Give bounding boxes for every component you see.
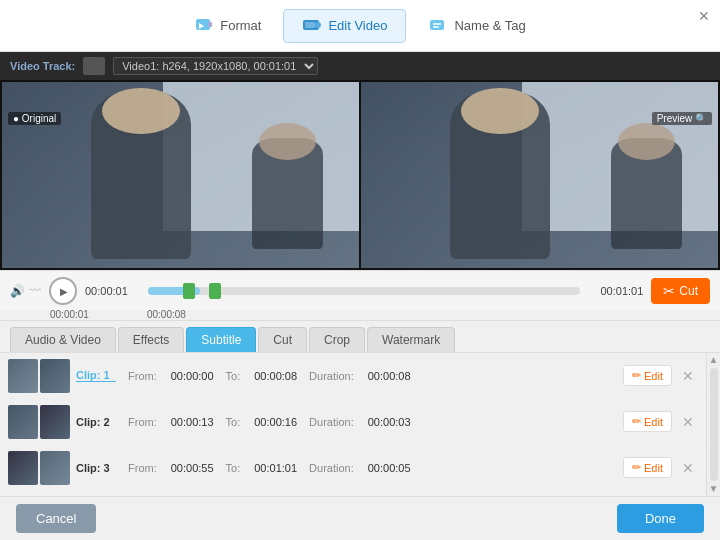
clip-1-thumb-1 (8, 359, 38, 393)
clips-container: Clip: 1 From: 00:00:00 To: 00:00:08 Dura… (0, 352, 720, 496)
clip-1-edit-icon: ✏ (632, 369, 641, 382)
tab-cut[interactable]: Cut (258, 327, 307, 352)
main-tab-group: Format Edit Video Name & Tag (176, 9, 544, 43)
clip-row: Clip: 2 From: 00:00:13 To: 00:00:16 Dura… (0, 399, 706, 445)
clip-3-edit-label: Edit (644, 462, 663, 474)
clip-1-edit-button[interactable]: ✏ Edit (623, 365, 672, 386)
clip-2-thumbnails (8, 405, 70, 439)
cut-label: Cut (679, 284, 698, 298)
clip-2-edit-icon: ✏ (632, 415, 641, 428)
clip-2-duration-value: 00:00:03 (368, 416, 411, 428)
clip-2-from-label: From: (128, 416, 157, 428)
video-panels (0, 80, 720, 270)
track-select[interactable]: Video1: h264, 1920x1080, 00:01:01 (113, 57, 318, 75)
tab-watermark[interactable]: Watermark (367, 327, 455, 352)
play-icon: ▶ (60, 286, 68, 297)
title-bar: Format Edit Video Name & Tag ✕ (0, 0, 720, 52)
clip-2-thumb-2 (40, 405, 70, 439)
original-label: ● Original (8, 112, 61, 125)
timeline-handle-end[interactable] (209, 283, 221, 299)
clip-3-from-value: 00:00:55 (171, 462, 214, 474)
main-content: Video Track: Video1: h264, 1920x1080, 00… (0, 52, 720, 540)
cut-button[interactable]: ✂ Cut (651, 278, 710, 304)
clip-3-to-label: To: (226, 462, 241, 474)
waveform-icon: 〰 (29, 284, 41, 298)
clip-2-edit-button[interactable]: ✏ Edit (623, 411, 672, 432)
timeline-handle-start[interactable] (183, 283, 195, 299)
scissors-icon: ✂ (663, 283, 675, 299)
tab-audio-video-label: Audio & Video (25, 333, 101, 347)
svg-rect-6 (430, 20, 444, 30)
done-button[interactable]: Done (617, 504, 704, 533)
tab-edit-video[interactable]: Edit Video (283, 9, 406, 43)
clip-3-from-label: From: (128, 462, 157, 474)
scroll-up-arrow[interactable]: ▲ (709, 355, 719, 365)
tab-format-label: Format (220, 18, 261, 33)
clip-row: Clip: 3 From: 00:00:55 To: 00:01:01 Dura… (0, 445, 706, 491)
scroll-thumb[interactable] (710, 368, 718, 481)
clips-list: Clip: 1 From: 00:00:00 To: 00:00:08 Dura… (0, 353, 706, 496)
clip-1-close-button[interactable]: ✕ (678, 366, 698, 386)
play-button[interactable]: ▶ (49, 277, 77, 305)
clip-3-thumb-2 (40, 451, 70, 485)
clip-1-from-value: 00:00:00 (171, 370, 214, 382)
close-button[interactable]: ✕ (696, 8, 712, 24)
svg-rect-1 (208, 22, 212, 27)
edit-tabs: Audio & Video Effects Subtitle Cut Crop … (0, 320, 720, 352)
clip-3-duration-label: Duration: (309, 462, 354, 474)
timeline-timestamps: 00:00:01 00:00:08 (0, 309, 720, 320)
track-thumbnail (83, 57, 105, 75)
handle-end-time: 00:00:08 (147, 309, 186, 320)
clip-3-edit-button[interactable]: ✏ Edit (623, 457, 672, 478)
time-current: 00:00:01 (85, 285, 140, 297)
clip-2-edit-label: Edit (644, 416, 663, 428)
svg-rect-0 (196, 19, 210, 30)
tab-format[interactable]: Format (176, 10, 279, 42)
clip-3-info: Clip: 3 From: 00:00:55 To: 00:01:01 Dura… (76, 462, 617, 474)
cancel-button[interactable]: Cancel (16, 504, 96, 533)
clip-3-name: Clip: 3 (76, 462, 116, 474)
time-end: 00:01:01 (588, 285, 643, 297)
tab-cut-label: Cut (273, 333, 292, 347)
tab-crop[interactable]: Crop (309, 327, 365, 352)
clip-1-duration-label: Duration: (309, 370, 354, 382)
video-track-bar: Video Track: Video1: h264, 1920x1080, 00… (0, 52, 720, 80)
clip-row: Clip: 1 From: 00:00:00 To: 00:00:08 Dura… (0, 353, 706, 399)
svg-point-4 (315, 22, 321, 28)
clips-scrollbar[interactable]: ▲ ▼ (706, 353, 720, 496)
bottom-bar: Cancel Done (0, 496, 720, 540)
tab-subtitle[interactable]: Subtitle (186, 327, 256, 352)
preview-label: Preview 🔍 (652, 112, 712, 125)
video-panel-left (2, 82, 359, 268)
clip-3-duration-value: 00:00:05 (368, 462, 411, 474)
clip-1-thumbnails (8, 359, 70, 393)
scroll-down-arrow[interactable]: ▼ (709, 484, 719, 494)
clip-3-close-button[interactable]: ✕ (678, 458, 698, 478)
tab-audio-video[interactable]: Audio & Video (10, 327, 116, 352)
clip-1-to-value: 00:00:08 (254, 370, 297, 382)
tab-name-tag[interactable]: Name & Tag (410, 10, 543, 42)
clip-2-to-label: To: (226, 416, 241, 428)
clip-2-to-value: 00:00:16 (254, 416, 297, 428)
clip-2-duration-label: Duration: (309, 416, 354, 428)
clip-1-info: Clip: 1 From: 00:00:00 To: 00:00:08 Dura… (76, 369, 617, 382)
track-label: Video Track: (10, 60, 75, 72)
tab-edit-video-label: Edit Video (328, 18, 387, 33)
timeline-section: 🔊 〰 ▶ 00:00:01 00:01:01 ✂ Cut 00:00:01 0… (0, 270, 720, 320)
clip-1-edit-label: Edit (644, 370, 663, 382)
timeline-track[interactable] (148, 287, 580, 295)
tab-subtitle-label: Subtitle (201, 333, 241, 347)
clip-2-close-button[interactable]: ✕ (678, 412, 698, 432)
video-panel-right (361, 82, 718, 268)
clip-1-duration-value: 00:00:08 (368, 370, 411, 382)
clip-3-edit-icon: ✏ (632, 461, 641, 474)
svg-rect-5 (305, 22, 315, 28)
clip-2-from-value: 00:00:13 (171, 416, 214, 428)
clip-2-thumb-1 (8, 405, 38, 439)
tab-watermark-label: Watermark (382, 333, 440, 347)
volume-icon: 🔊 (10, 284, 25, 298)
tab-effects[interactable]: Effects (118, 327, 184, 352)
tab-name-tag-label: Name & Tag (454, 18, 525, 33)
clip-1-to-label: To: (226, 370, 241, 382)
tab-effects-label: Effects (133, 333, 169, 347)
